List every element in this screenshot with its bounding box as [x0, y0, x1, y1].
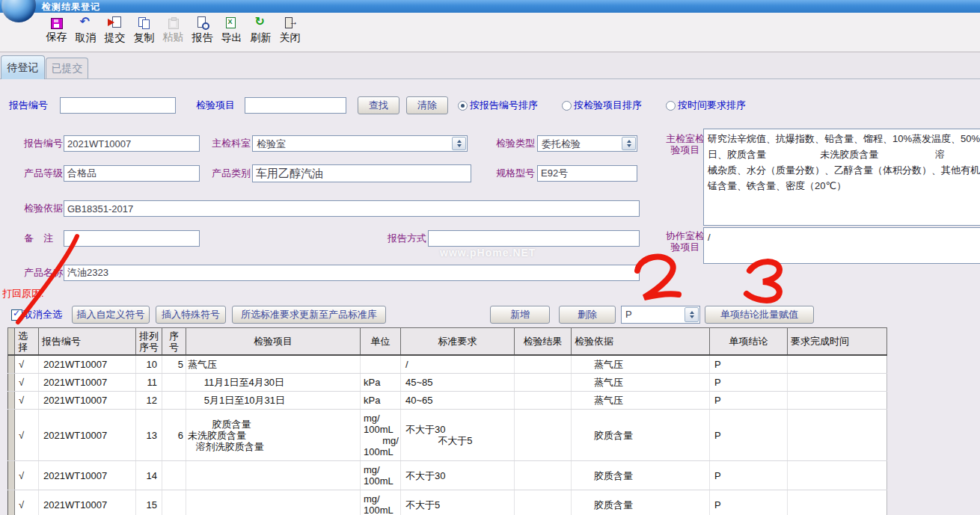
- row-gutter: [8, 392, 15, 410]
- cell-item: 11月1日至4月30日: [186, 374, 361, 392]
- column-header[interactable]: 序号: [162, 328, 186, 356]
- toolbar-button-refresh[interactable]: 刷新: [246, 16, 275, 43]
- cell-report-no: 2021WT10007: [39, 374, 136, 392]
- cancel-select-all-label: 取消全选: [23, 306, 62, 323]
- search-report-no-input[interactable]: [60, 97, 176, 114]
- main-items-textarea[interactable]: 研究法辛烷值、抗爆指数、铅含量、馏程、10%蒸发温度、50%蒸 日、胶质含量 未…: [703, 129, 980, 226]
- toolbar-button-export[interactable]: 导出: [217, 16, 246, 43]
- cell-unit: mg/ 100mL mg/ 100mL: [361, 410, 401, 461]
- insert-custom-symbol-button[interactable]: 插入自定义符号: [72, 306, 150, 324]
- title-bar: 检测结果登记: [0, 0, 980, 13]
- cell-due: [787, 374, 886, 392]
- table-row[interactable]: √2021WT1000715mg/ 100mL不大于5胶质含量P: [8, 490, 887, 515]
- sort-options-group: 按报告编号排序 按检验项目排序 按时间要求排序: [458, 98, 746, 113]
- tab-submitted[interactable]: 已提交: [46, 58, 88, 79]
- radio-icon[interactable]: [458, 101, 468, 111]
- cell-due: [787, 410, 886, 461]
- clear-button[interactable]: 清除: [406, 96, 448, 114]
- main-dept-label: 主检科室: [212, 135, 251, 152]
- cell-order: 11: [136, 374, 162, 392]
- cell-result: [514, 490, 571, 515]
- cell-due: [787, 392, 886, 410]
- cell-sel: √: [15, 392, 39, 410]
- cell-seq: [162, 392, 186, 410]
- cell-due: [787, 355, 886, 374]
- report-no-input[interactable]: [64, 135, 200, 152]
- cell-sel: √: [15, 355, 39, 374]
- spinner-updown-icon[interactable]: [452, 137, 466, 150]
- spec-model-input[interactable]: [537, 165, 637, 182]
- toolbar: 保存 取消 提交 复制 粘贴 报告 导出: [0, 13, 980, 52]
- sort-radio-1[interactable]: 按检验项目排序: [562, 99, 642, 112]
- toolbar-button-undo[interactable]: 取消: [71, 16, 100, 43]
- product-grade-input[interactable]: [64, 165, 200, 182]
- cell-report-no: 2021WT10007: [39, 392, 136, 410]
- cell-item: 蒸气压: [186, 355, 361, 374]
- delete-button[interactable]: 删除: [559, 306, 616, 324]
- cell-report-no: 2021WT10007: [39, 461, 136, 490]
- insert-special-symbol-button[interactable]: 插入特殊符号: [156, 306, 226, 324]
- tab-pending[interactable]: 待登记: [1, 55, 45, 79]
- sort-radio-0[interactable]: 按报告编号排序: [458, 99, 538, 112]
- tab-submitted-label: 已提交: [52, 62, 83, 74]
- table-row[interactable]: √2021WT1000712 5月1日至10月31日kPa40~65蒸气压P: [8, 392, 887, 410]
- column-header[interactable]: 选择: [15, 328, 39, 356]
- table-row[interactable]: √2021WT10007136 胶质含量 未洗胶质含量 溶剂洗胶质含量mg/ 1…: [8, 410, 887, 461]
- column-header[interactable]: 检验结果: [514, 328, 571, 356]
- cell-std: 不大于30 不大于5: [400, 410, 514, 461]
- close-icon: [284, 16, 297, 30]
- column-header[interactable]: 要求完成时间: [787, 328, 886, 356]
- column-header[interactable]: 检验项目: [186, 328, 361, 356]
- cancel-select-all-checkbox[interactable]: [11, 309, 22, 321]
- spinner-updown-icon[interactable]: [622, 137, 636, 150]
- cell-sel: √: [15, 490, 39, 515]
- cell-conclusion: P: [709, 374, 787, 392]
- cell-sel: √: [15, 410, 39, 461]
- main-dept-combobox[interactable]: 检验室: [252, 135, 468, 152]
- column-header[interactable]: 单位: [361, 328, 401, 356]
- cell-order: 15: [136, 490, 162, 515]
- find-button[interactable]: 查找: [358, 96, 399, 114]
- table-row[interactable]: √2021WT1000711 11月1日至4月30日kPa45~85蒸气压P: [8, 374, 887, 392]
- test-basis-input[interactable]: [64, 200, 640, 217]
- toolbar-button-close[interactable]: 关闭: [275, 16, 304, 43]
- test-type-value: 委托检验: [542, 138, 581, 151]
- cell-item: 5月1日至10月31日: [186, 392, 361, 410]
- test-type-combobox[interactable]: 委托检验: [537, 135, 637, 152]
- product-name-input[interactable]: [64, 265, 640, 281]
- cell-result: [514, 374, 571, 392]
- radio-icon[interactable]: [562, 101, 572, 111]
- batch-assign-button[interactable]: 单项结论批量赋值: [705, 306, 814, 324]
- spinner-updown-icon[interactable]: [685, 307, 699, 322]
- conclusion-combobox[interactable]: P: [621, 306, 700, 324]
- column-header[interactable]: 单项结论: [709, 328, 787, 356]
- search-item-input[interactable]: [245, 97, 346, 114]
- radio-icon[interactable]: [666, 101, 676, 111]
- column-header[interactable]: 排列 序号: [136, 328, 162, 356]
- cell-basis: 胶质含量: [571, 410, 709, 461]
- add-button[interactable]: 新增: [490, 306, 550, 324]
- product-type-input[interactable]: [252, 164, 471, 182]
- toolbar-button-save[interactable]: 保存: [42, 16, 71, 43]
- paste-icon: [168, 19, 179, 29]
- table-row[interactable]: √2021WT10007105蒸气压/蒸气压P: [8, 355, 887, 374]
- remark-input[interactable]: [64, 230, 200, 247]
- cell-item: 胶质含量 未洗胶质含量 溶剂洗胶质含量: [186, 410, 361, 461]
- cell-seq: 5: [162, 355, 186, 374]
- toolbar-button-copy[interactable]: 复制: [129, 16, 159, 43]
- toolbar-button-report[interactable]: 报告: [188, 16, 217, 43]
- sort-radio-2[interactable]: 按时间要求排序: [666, 99, 746, 112]
- table-row[interactable]: √2021WT1000714mg/ 100mL不大于30胶质含量P: [8, 461, 887, 490]
- coop-items-textarea[interactable]: /: [703, 227, 980, 264]
- report-mode-input[interactable]: [428, 230, 640, 247]
- cell-order: 10: [136, 355, 162, 374]
- column-header[interactable]: 标准要求: [400, 328, 514, 356]
- cell-order: 13: [136, 410, 162, 461]
- toolbar-button-paste[interactable]: 粘贴: [159, 16, 188, 43]
- update-standard-button[interactable]: 所选标准要求更新至产品标准库: [232, 306, 386, 324]
- report-icon: [196, 16, 209, 30]
- toolbar-button-submit[interactable]: 提交: [100, 16, 129, 43]
- column-header[interactable]: 报告编号: [39, 328, 136, 356]
- column-header[interactable]: 检验依据: [571, 328, 709, 356]
- cell-std: 45~85: [400, 374, 514, 392]
